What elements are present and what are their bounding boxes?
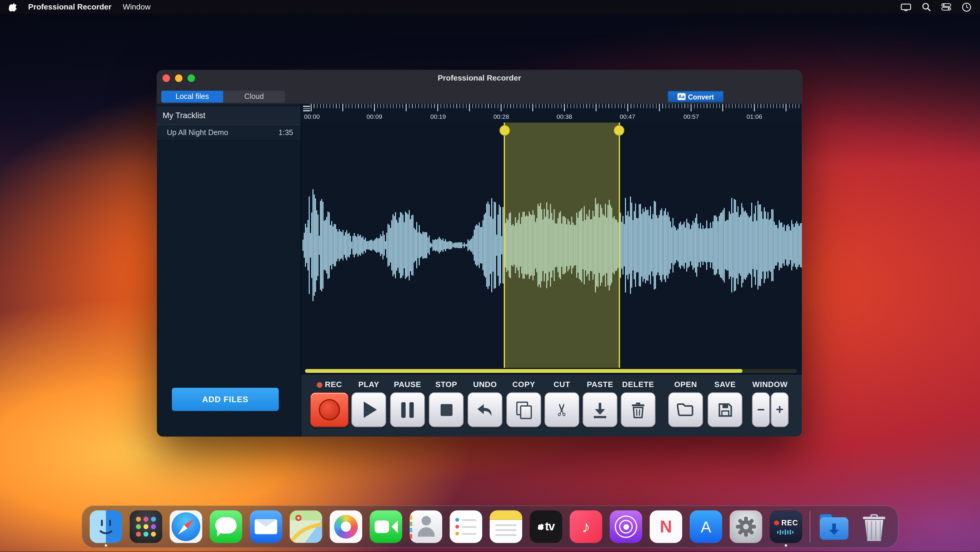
dock-safari-icon[interactable] [170,511,202,543]
scrollbar-thumb[interactable] [305,369,743,373]
dock-appstore-icon[interactable]: A [690,511,722,543]
menubar-right [901,2,971,11]
selection-start-handle[interactable] [500,125,510,136]
convert-label: Convert [688,93,714,101]
tick-label: 00:09 [367,113,382,120]
dock-contacts-icon[interactable] [410,511,442,543]
window-titlebar[interactable]: Professional Recorder [157,70,802,86]
selection-end-handle[interactable] [614,125,624,136]
dock-maps-icon[interactable] [290,511,322,543]
paste-label: PASTE [587,380,613,389]
finder-running-dot [105,544,107,547]
dock-downloads-icon[interactable] [818,511,850,543]
stop-icon [440,404,452,415]
undo-button[interactable] [468,392,503,427]
recorder-running-dot [785,544,787,547]
search-icon[interactable] [922,2,931,11]
copy-icon [516,402,528,415]
dock-launchpad-icon[interactable] [130,511,162,543]
undo-label: UNDO [473,380,497,389]
professional-recorder-window: Professional Recorder Local files Cloud … [157,70,802,437]
timeline-ruler[interactable]: 00:00 00:09 00:19 00:28 00:38 00:47 00:5… [301,104,802,123]
zoom-button[interactable] [188,74,195,82]
pause-icon [401,402,414,418]
menubar-left: Professional Recorder Window [9,2,151,11]
window-minus-button[interactable]: − [752,392,770,427]
track-row[interactable]: Up All Night Demo 1:35 [157,125,301,141]
delete-button[interactable] [620,392,655,427]
waveform-area[interactable] [301,123,802,368]
paste-button[interactable] [582,392,617,427]
dock-settings-icon[interactable] [730,511,762,543]
add-files-button[interactable]: ADD FILES [172,388,279,411]
timeline-scrollbar[interactable] [305,369,797,373]
tick-label: 00:19 [430,113,446,120]
tick-label: 00:00 [304,113,320,120]
copy-button[interactable] [506,392,541,427]
cut-label: CUT [554,380,570,389]
apple-menu-icon[interactable] [9,2,17,11]
display-icon[interactable] [901,3,912,11]
dock-recorder-icon[interactable]: REC [770,511,802,543]
play-icon [364,402,377,418]
dock-music-icon[interactable]: ♪ [570,511,602,543]
selection-region[interactable] [504,123,620,368]
desktop: Professional Recorder Window [0,0,980,552]
dock-podcasts-icon[interactable] [609,511,642,543]
tick-label: 01:06 [746,113,762,120]
copy-label: COPY [512,380,535,389]
dock-news-icon[interactable]: N [650,511,682,543]
window-plus-button[interactable]: + [770,392,789,427]
record-button[interactable] [310,392,349,427]
scissors-icon [555,400,569,420]
convert-button[interactable]: Aa Convert [668,91,724,102]
play-label: PLAY [358,380,379,389]
traffic-lights [162,74,195,82]
pause-label: PAUSE [394,380,421,389]
dock-reminders-icon[interactable] [450,511,482,543]
editor-area: 00:00 00:09 00:19 00:28 00:38 00:47 00:5… [301,104,802,437]
track-duration: 1:35 [278,128,293,137]
clock-icon[interactable] [962,2,971,11]
dock-facetime-icon[interactable] [369,511,402,543]
save-button[interactable] [708,392,742,427]
open-label: OPEN [674,380,697,389]
rec-label: REC [317,380,342,389]
pause-button[interactable] [390,392,425,427]
tab-local-files[interactable]: Local files [161,91,223,102]
minimize-button[interactable] [175,74,182,82]
dock-mail-icon[interactable] [250,511,282,543]
menubar: Professional Recorder Window [0,0,980,14]
dock-finder-icon[interactable] [90,511,122,543]
window-title: Professional Recorder [157,70,802,86]
window-label: WINDOW [752,380,788,389]
dock-trash-icon[interactable] [858,511,890,543]
close-button[interactable] [162,74,170,82]
stop-button[interactable] [429,392,464,427]
play-button[interactable] [351,392,386,427]
stop-label: STOP [435,380,457,389]
convert-icon: Aa [677,93,685,100]
open-button[interactable] [668,392,703,427]
transport-controls: REC PLAY PAUSE STOP UNDO COPY CUT PASTE … [301,374,802,437]
dock-tv-icon[interactable]: tv [530,511,562,543]
dock: tv ♪ N A REC [82,506,899,548]
track-name: Up All Night Demo [167,128,228,137]
dock-notes-icon[interactable] [490,511,522,543]
dock-photos-icon[interactable] [329,511,362,543]
ruler-menu-icon[interactable] [303,106,310,112]
file-source-tabs: Local files Cloud [161,91,285,102]
tick-label: 00:57 [684,113,699,120]
tab-cloud[interactable]: Cloud [223,91,285,102]
delete-label: DELETE [622,380,654,389]
dock-separator [810,511,810,542]
tick-label: 00:47 [620,113,635,120]
tick-label: 00:28 [493,113,509,120]
floppy-icon [717,402,733,418]
control-center-icon[interactable] [941,3,951,11]
undo-icon [476,402,494,418]
cut-button[interactable] [544,392,579,427]
dock-messages-icon[interactable] [210,511,242,543]
menubar-app-name[interactable]: Professional Recorder [28,2,111,11]
menubar-window-menu[interactable]: Window [123,2,151,11]
